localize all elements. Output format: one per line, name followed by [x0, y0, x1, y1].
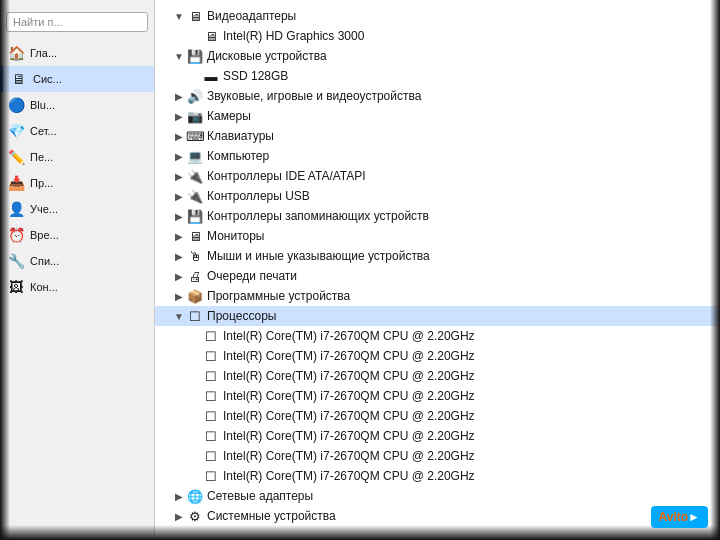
- tree-item-monitors[interactable]: ▶ 🖥 Мониторы: [155, 226, 720, 246]
- expand-icon: [187, 28, 203, 44]
- network-icon: 💎: [8, 123, 24, 139]
- cpu-icon: ☐: [203, 408, 219, 424]
- tree-item-mice[interactable]: ▶ 🖱 Мыши и иные указывающие устройства: [155, 246, 720, 266]
- tree-item-label: Процессоры: [207, 309, 277, 323]
- usb-icon: 🔌: [187, 188, 203, 204]
- tree-item-system-devices[interactable]: ▶ ⚙ Системные устройства: [155, 506, 720, 526]
- expand-icon: ▼: [171, 8, 187, 24]
- processor-category-icon: ☐: [187, 308, 203, 324]
- tree-item-label: Звуковые, игровые и видеоустройства: [207, 89, 421, 103]
- expand-icon: ▶: [171, 168, 187, 184]
- tree-item-keyboards[interactable]: ▶ ⌨ Клавиатуры: [155, 126, 720, 146]
- device-manager-panel: ▼ 🖥 Видеоадаптеры 🖥 Intel(R) HD Graphics…: [155, 0, 720, 540]
- tree-item-network-adapters[interactable]: ▶ 🌐 Сетевые адаптеры: [155, 486, 720, 506]
- expand-icon: ▶: [171, 108, 187, 124]
- pen-icon: ✏️: [8, 149, 24, 165]
- tree-item-disk[interactable]: ▼ 💾 Дисковые устройства: [155, 46, 720, 66]
- sidebar-item-pen[interactable]: ✏️ Пе...: [0, 144, 154, 170]
- tree-item-cameras[interactable]: ▶ 📷 Камеры: [155, 106, 720, 126]
- tree-item-usb[interactable]: ▶ 🔌 Контроллеры USB: [155, 186, 720, 206]
- expand-icon: ▼: [171, 308, 187, 324]
- expand-icon: ▶: [171, 268, 187, 284]
- cpu-icon: ☐: [203, 348, 219, 364]
- expand-icon: ▶: [171, 228, 187, 244]
- device-tree: ▼ 🖥 Видеоадаптеры 🖥 Intel(R) HD Graphics…: [155, 4, 720, 528]
- sidebar-item-network[interactable]: 💎 Сет...: [0, 118, 154, 144]
- avito-text: Avito: [659, 510, 689, 524]
- contacts-icon: 🖼: [8, 279, 24, 295]
- system-icon: 🖥: [11, 71, 27, 87]
- tree-item-cpu-4[interactable]: ☐ Intel(R) Core(TM) i7-2670QM CPU @ 2.20…: [155, 406, 720, 426]
- tree-item-storage[interactable]: ▶ 💾 Контроллеры запоминающих устройств: [155, 206, 720, 226]
- tree-item-print[interactable]: ▶ 🖨 Очереди печати: [155, 266, 720, 286]
- mouse-icon: 🖱: [187, 248, 203, 264]
- tree-item-cpu-6[interactable]: ☐ Intel(R) Core(TM) i7-2670QM CPU @ 2.20…: [155, 446, 720, 466]
- tree-item-cpu-1[interactable]: ☐ Intel(R) Core(TM) i7-2670QM CPU @ 2.20…: [155, 346, 720, 366]
- tree-item-label: Системные устройства: [207, 509, 336, 523]
- expand-icon: [187, 468, 203, 484]
- tree-item-software[interactable]: ▶ 📦 Программные устройства: [155, 286, 720, 306]
- sidebar-item-label: Сис...: [33, 73, 62, 85]
- sidebar-item-time[interactable]: ⏰ Вре...: [0, 222, 154, 248]
- sidebar-item-label: Спи...: [30, 255, 59, 267]
- sidebar-item-label: Гла...: [30, 47, 57, 59]
- software-icon: 📦: [187, 288, 203, 304]
- tree-item-ssd[interactable]: ▬ SSD 128GB: [155, 66, 720, 86]
- tree-item-label: SSD 128GB: [223, 69, 288, 83]
- search-bar[interactable]: Найти п...: [6, 12, 148, 32]
- sidebar-item-home[interactable]: 🏠 Гла...: [0, 40, 154, 66]
- tree-item-label: Клавиатуры: [207, 129, 274, 143]
- expand-icon: ▶: [171, 208, 187, 224]
- keyboard-icon: ⌨: [187, 128, 203, 144]
- tree-item-cpu-7[interactable]: ☐ Intel(R) Core(TM) i7-2670QM CPU @ 2.20…: [155, 466, 720, 486]
- bluetooth-icon: 🔵: [8, 97, 24, 113]
- expand-icon: [187, 428, 203, 444]
- tree-item-label: Контроллеры IDE ATA/ATAPI: [207, 169, 366, 183]
- tree-item-cpu-2[interactable]: ☐ Intel(R) Core(TM) i7-2670QM CPU @ 2.20…: [155, 366, 720, 386]
- monitor-icon: 🖥: [187, 228, 203, 244]
- cpu-icon: ☐: [203, 468, 219, 484]
- tree-item-cpu-5[interactable]: ☐ Intel(R) Core(TM) i7-2670QM CPU @ 2.20…: [155, 426, 720, 446]
- sidebar-item-system[interactable]: 🖥 Сис...: [0, 66, 154, 92]
- sidebar-item-programs[interactable]: 📥 Пр...: [0, 170, 154, 196]
- tree-item-label: Intel(R) Core(TM) i7-2670QM CPU @ 2.20GH…: [223, 389, 475, 403]
- tree-item-audio[interactable]: ▶ 🔊 Звуковые, игровые и видеоустройства: [155, 86, 720, 106]
- expand-icon: ▶: [171, 248, 187, 264]
- audio-icon: 🔊: [187, 88, 203, 104]
- tree-item-video[interactable]: ▼ 🖥 Видеоадаптеры: [155, 6, 720, 26]
- sidebar-item-accounts[interactable]: 👤 Уче...: [0, 196, 154, 222]
- tree-item-cpu-0[interactable]: ☐ Intel(R) Core(TM) i7-2670QM CPU @ 2.20…: [155, 326, 720, 346]
- sidebar-item-label: Уче...: [30, 203, 58, 215]
- sidebar-item-bluetooth[interactable]: 🔵 Blu...: [0, 92, 154, 118]
- tree-item-label: Видеоадаптеры: [207, 9, 296, 23]
- storage-icon: 💾: [187, 208, 203, 224]
- sidebar-item-contacts[interactable]: 🖼 Кон...: [0, 274, 154, 300]
- tree-item-label: Компьютер: [207, 149, 269, 163]
- tree-item-cpu-3[interactable]: ☐ Intel(R) Core(TM) i7-2670QM CPU @ 2.20…: [155, 386, 720, 406]
- accounts-icon: 👤: [8, 201, 24, 217]
- system-devices-icon: ⚙: [187, 508, 203, 524]
- expand-icon: [187, 68, 203, 84]
- home-icon: 🏠: [8, 45, 24, 61]
- programs-icon: 📥: [8, 175, 24, 191]
- tree-item-computer[interactable]: ▶ 💻 Компьютер: [155, 146, 720, 166]
- expand-icon: ▶: [171, 288, 187, 304]
- sidebar-item-label: Сет...: [30, 125, 57, 137]
- tree-item-label: Intel(R) Core(TM) i7-2670QM CPU @ 2.20GH…: [223, 349, 475, 363]
- tree-item-intel-graphics[interactable]: 🖥 Intel(R) HD Graphics 3000: [155, 26, 720, 46]
- expand-icon: [187, 448, 203, 464]
- sidebar-item-label: Пе...: [30, 151, 53, 163]
- avito-badge: Avito►: [651, 506, 708, 528]
- expand-icon: [187, 388, 203, 404]
- tree-item-label: Intel(R) Core(TM) i7-2670QM CPU @ 2.20GH…: [223, 369, 475, 383]
- camera-icon: 📷: [187, 108, 203, 124]
- tree-item-processors[interactable]: ▼ ☐ Процессоры: [155, 306, 720, 326]
- accessibility-icon: 🔧: [8, 253, 24, 269]
- avito-arrow: ►: [688, 510, 700, 524]
- tree-item-ide[interactable]: ▶ 🔌 Контроллеры IDE ATA/ATAPI: [155, 166, 720, 186]
- sidebar-item-accessibility[interactable]: 🔧 Спи...: [0, 248, 154, 274]
- ide-icon: 🔌: [187, 168, 203, 184]
- tree-item-label: Очереди печати: [207, 269, 297, 283]
- sidebar-item-label: Blu...: [30, 99, 55, 111]
- tree-item-label: Intel(R) Core(TM) i7-2670QM CPU @ 2.20GH…: [223, 329, 475, 343]
